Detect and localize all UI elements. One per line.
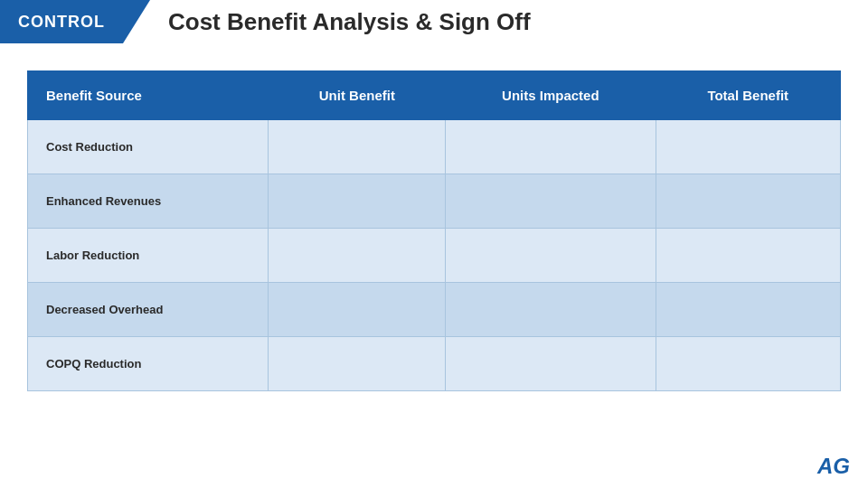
table-row: Decreased Overhead [28,283,841,337]
control-label: CONTROL [0,0,123,43]
col-label-unit-benefit: Unit Benefit [319,88,395,103]
footer: AG [817,454,850,479]
cell-0-units_impacted [446,120,656,174]
cell-2-unit_benefit [269,229,446,283]
cell-1-total_benefit [656,174,841,229]
table-row: Cost Reduction [28,120,841,174]
main-content: Benefit Source Unit Benefit Units Impact… [0,43,868,409]
col-label-total-benefit: Total Benefit [707,88,788,103]
cell-0-unit_benefit [269,120,446,174]
table-row: Enhanced Revenues [28,174,841,229]
page-title: Cost Benefit Analysis & Sign Off [150,0,868,43]
col-header-units-impacted: Units Impacted [446,71,656,120]
table-row: COPQ Reduction [28,337,841,391]
table-row: Labor Reduction [28,229,841,283]
table-header-row: Benefit Source Unit Benefit Units Impact… [28,71,841,120]
table-header: Benefit Source Unit Benefit Units Impact… [28,71,841,120]
col-header-benefit-source: Benefit Source [28,71,269,120]
aig-logo: AG [817,454,850,479]
col-label-units-impacted: Units Impacted [502,88,599,103]
cell-4-units_impacted [446,337,656,391]
col-header-unit-benefit: Unit Benefit [269,71,446,120]
cell-2-units_impacted [446,229,656,283]
page-header: CONTROL Cost Benefit Analysis & Sign Off [0,0,868,43]
cell-1-units_impacted [446,174,656,229]
benefit-table: Benefit Source Unit Benefit Units Impact… [27,70,841,391]
table-body: Cost ReductionEnhanced RevenuesLabor Red… [28,120,841,391]
cell-1-benefit_source: Enhanced Revenues [28,174,269,229]
cell-0-benefit_source: Cost Reduction [28,120,269,174]
cell-3-total_benefit [656,283,841,337]
cell-0-total_benefit [656,120,841,174]
cell-2-total_benefit [656,229,841,283]
cell-3-units_impacted [446,283,656,337]
cell-4-unit_benefit [269,337,446,391]
col-label-benefit-source: Benefit Source [46,88,142,103]
cell-3-unit_benefit [269,283,446,337]
cell-4-benefit_source: COPQ Reduction [28,337,269,391]
cell-1-unit_benefit [269,174,446,229]
cell-4-total_benefit [656,337,841,391]
control-text: CONTROL [18,13,105,32]
cell-2-benefit_source: Labor Reduction [28,229,269,283]
header-divider [123,0,150,43]
col-header-total-benefit: Total Benefit [656,71,841,120]
cell-3-benefit_source: Decreased Overhead [28,283,269,337]
title-text: Cost Benefit Analysis & Sign Off [168,8,531,36]
